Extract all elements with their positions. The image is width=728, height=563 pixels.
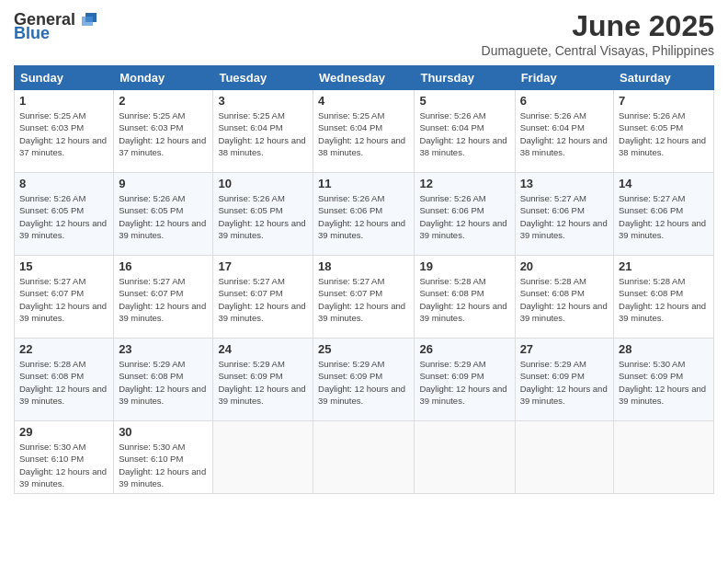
day-number: 3 [218, 94, 308, 108]
day-info: Sunrise: 5:25 AM Sunset: 6:04 PM Dayligh… [318, 109, 409, 158]
day-number: 29 [19, 425, 108, 439]
calendar-cell: 10 Sunrise: 5:26 AM Sunset: 6:05 PM Dayl… [213, 173, 313, 256]
header-saturday: Saturday [614, 66, 714, 90]
day-info: Sunrise: 5:28 AM Sunset: 6:08 PM Dayligh… [19, 358, 108, 407]
day-info: Sunrise: 5:29 AM Sunset: 6:09 PM Dayligh… [419, 358, 509, 407]
calendar-cell: 1 Sunrise: 5:25 AM Sunset: 6:03 PM Dayli… [15, 90, 114, 173]
calendar-cell: 5 Sunrise: 5:26 AM Sunset: 6:04 PM Dayli… [415, 90, 515, 173]
day-number: 12 [419, 177, 509, 190]
calendar-cell: 21 Sunrise: 5:28 AM Sunset: 6:08 PM Dayl… [614, 256, 714, 339]
day-number: 1 [19, 94, 108, 108]
header-wednesday: Wednesday [313, 66, 415, 90]
logo: General Blue [14, 9, 98, 43]
day-info: Sunrise: 5:27 AM Sunset: 6:07 PM Dayligh… [318, 275, 409, 324]
calendar-cell: 2 Sunrise: 5:25 AM Sunset: 6:03 PM Dayli… [114, 90, 213, 173]
header-tuesday: Tuesday [213, 66, 313, 90]
day-info: Sunrise: 5:28 AM Sunset: 6:08 PM Dayligh… [520, 275, 609, 324]
calendar-cell: 29 Sunrise: 5:30 AM Sunset: 6:10 PM Dayl… [15, 421, 114, 494]
day-info: Sunrise: 5:27 AM Sunset: 6:07 PM Dayligh… [119, 275, 208, 324]
day-info: Sunrise: 5:28 AM Sunset: 6:08 PM Dayligh… [619, 275, 709, 324]
day-info: Sunrise: 5:26 AM Sunset: 6:05 PM Dayligh… [19, 192, 108, 241]
calendar-cell: 19 Sunrise: 5:28 AM Sunset: 6:08 PM Dayl… [415, 256, 515, 339]
day-number: 25 [318, 342, 409, 356]
calendar-cell: 11 Sunrise: 5:26 AM Sunset: 6:06 PM Dayl… [313, 173, 415, 256]
calendar-cell: 18 Sunrise: 5:27 AM Sunset: 6:07 PM Dayl… [313, 256, 415, 339]
calendar-cell: 15 Sunrise: 5:27 AM Sunset: 6:07 PM Dayl… [15, 256, 114, 339]
calendar-cell: 8 Sunrise: 5:26 AM Sunset: 6:05 PM Dayli… [15, 173, 114, 256]
day-number: 19 [419, 259, 509, 273]
day-number: 24 [218, 342, 308, 356]
calendar-table: Sunday Monday Tuesday Wednesday Thursday… [14, 65, 714, 494]
day-info: Sunrise: 5:29 AM Sunset: 6:09 PM Dayligh… [318, 358, 409, 407]
calendar-cell: 30 Sunrise: 5:30 AM Sunset: 6:10 PM Dayl… [114, 421, 213, 494]
day-info: Sunrise: 5:27 AM Sunset: 6:06 PM Dayligh… [520, 192, 609, 241]
day-info: Sunrise: 5:26 AM Sunset: 6:04 PM Dayligh… [419, 109, 509, 158]
day-number: 16 [119, 259, 208, 273]
calendar-cell: 13 Sunrise: 5:27 AM Sunset: 6:06 PM Dayl… [515, 173, 613, 256]
day-number: 18 [318, 259, 409, 273]
day-info: Sunrise: 5:26 AM Sunset: 6:05 PM Dayligh… [119, 192, 208, 241]
calendar-cell [213, 421, 313, 494]
day-number: 11 [318, 177, 409, 190]
calendar-cell: 17 Sunrise: 5:27 AM Sunset: 6:07 PM Dayl… [213, 256, 313, 339]
svg-marker-1 [82, 17, 93, 26]
day-info: Sunrise: 5:26 AM Sunset: 6:06 PM Dayligh… [419, 192, 509, 241]
day-number: 21 [619, 259, 709, 273]
day-info: Sunrise: 5:26 AM Sunset: 6:06 PM Dayligh… [318, 192, 409, 241]
day-info: Sunrise: 5:25 AM Sunset: 6:03 PM Dayligh… [119, 109, 208, 158]
calendar-cell [614, 421, 714, 494]
day-number: 23 [119, 342, 208, 356]
day-number: 6 [520, 94, 609, 108]
day-number: 2 [119, 94, 208, 108]
day-info: Sunrise: 5:30 AM Sunset: 6:10 PM Dayligh… [19, 441, 108, 489]
header: General Blue June 2025 Dumaguete, Centra… [14, 9, 714, 58]
calendar-cell: 25 Sunrise: 5:29 AM Sunset: 6:09 PM Dayl… [313, 339, 415, 421]
calendar-cell: 7 Sunrise: 5:26 AM Sunset: 6:05 PM Dayli… [614, 90, 714, 173]
calendar-cell: 6 Sunrise: 5:26 AM Sunset: 6:04 PM Dayli… [515, 90, 613, 173]
calendar-cell [313, 421, 415, 494]
calendar-cell [515, 421, 613, 494]
calendar-cell: 16 Sunrise: 5:27 AM Sunset: 6:07 PM Dayl… [114, 256, 213, 339]
calendar-cell: 27 Sunrise: 5:29 AM Sunset: 6:09 PM Dayl… [515, 339, 613, 421]
header-thursday: Thursday [415, 66, 515, 90]
title-area: June 2025 Dumaguete, Central Visayas, Ph… [482, 9, 714, 58]
day-number: 15 [19, 259, 108, 273]
day-info: Sunrise: 5:29 AM Sunset: 6:09 PM Dayligh… [520, 358, 609, 407]
day-info: Sunrise: 5:30 AM Sunset: 6:10 PM Dayligh… [119, 441, 208, 489]
calendar-cell: 28 Sunrise: 5:30 AM Sunset: 6:09 PM Dayl… [614, 339, 714, 421]
calendar-cell: 22 Sunrise: 5:28 AM Sunset: 6:08 PM Dayl… [15, 339, 114, 421]
day-number: 27 [520, 342, 609, 356]
day-number: 8 [19, 177, 108, 190]
calendar-cell: 3 Sunrise: 5:25 AM Sunset: 6:04 PM Dayli… [213, 90, 313, 173]
calendar-cell: 9 Sunrise: 5:26 AM Sunset: 6:05 PM Dayli… [114, 173, 213, 256]
calendar-cell: 4 Sunrise: 5:25 AM Sunset: 6:04 PM Dayli… [313, 90, 415, 173]
header-monday: Monday [114, 66, 213, 90]
day-info: Sunrise: 5:25 AM Sunset: 6:03 PM Dayligh… [19, 109, 108, 158]
header-friday: Friday [515, 66, 613, 90]
calendar-cell: 20 Sunrise: 5:28 AM Sunset: 6:08 PM Dayl… [515, 256, 613, 339]
main-title: June 2025 [482, 9, 714, 43]
day-number: 28 [619, 342, 709, 356]
calendar-cell [415, 421, 515, 494]
day-number: 7 [619, 94, 709, 108]
calendar-cell: 24 Sunrise: 5:29 AM Sunset: 6:09 PM Dayl… [213, 339, 313, 421]
day-info: Sunrise: 5:26 AM Sunset: 6:05 PM Dayligh… [218, 192, 308, 241]
day-info: Sunrise: 5:27 AM Sunset: 6:07 PM Dayligh… [19, 275, 108, 324]
day-number: 20 [520, 259, 609, 273]
calendar-cell: 14 Sunrise: 5:27 AM Sunset: 6:06 PM Dayl… [614, 173, 714, 256]
day-info: Sunrise: 5:25 AM Sunset: 6:04 PM Dayligh… [218, 109, 308, 158]
page: General Blue June 2025 Dumaguete, Centra… [0, 0, 728, 563]
day-number: 26 [419, 342, 509, 356]
day-number: 22 [19, 342, 108, 356]
day-info: Sunrise: 5:27 AM Sunset: 6:07 PM Dayligh… [218, 275, 308, 324]
day-info: Sunrise: 5:29 AM Sunset: 6:08 PM Dayligh… [119, 358, 208, 407]
header-sunday: Sunday [15, 66, 114, 90]
day-number: 17 [218, 259, 308, 273]
day-info: Sunrise: 5:30 AM Sunset: 6:09 PM Dayligh… [619, 358, 709, 407]
day-number: 10 [218, 177, 308, 190]
day-info: Sunrise: 5:28 AM Sunset: 6:08 PM Dayligh… [419, 275, 509, 324]
subtitle: Dumaguete, Central Visayas, Philippines [482, 43, 714, 58]
day-number: 13 [520, 177, 609, 190]
calendar-cell: 26 Sunrise: 5:29 AM Sunset: 6:09 PM Dayl… [415, 339, 515, 421]
calendar-cell: 12 Sunrise: 5:26 AM Sunset: 6:06 PM Dayl… [415, 173, 515, 256]
